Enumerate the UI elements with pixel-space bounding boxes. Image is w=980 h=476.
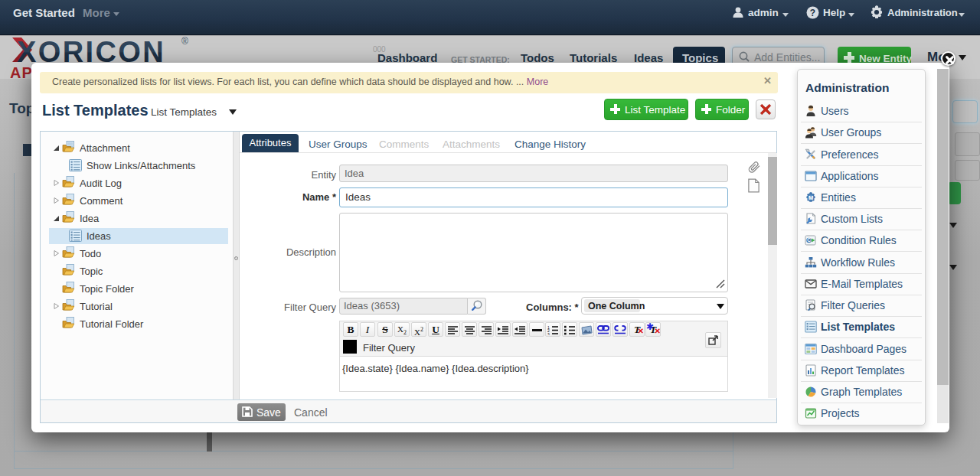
svg-text:?: ? [810, 8, 815, 18]
svg-text:®: ® [181, 36, 188, 47]
svg-text:C: C [807, 237, 811, 243]
svg-text:XORICON: XORICON [17, 36, 165, 65]
svg-text:M: M [808, 194, 813, 201]
svg-text:3: 3 [547, 332, 550, 336]
